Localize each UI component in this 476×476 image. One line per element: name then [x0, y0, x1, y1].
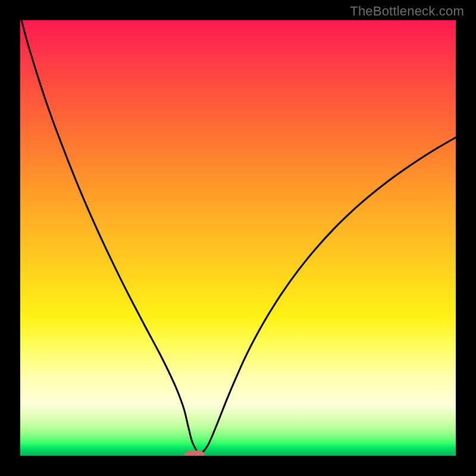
attribution-watermark: TheBottleneck.com — [350, 4, 464, 19]
bottleneck-curve — [21, 20, 456, 453]
curve-svg — [20, 20, 456, 456]
chart-frame: TheBottleneck.com — [0, 0, 476, 476]
optimal-marker — [184, 450, 205, 456]
plot-area — [20, 20, 456, 456]
